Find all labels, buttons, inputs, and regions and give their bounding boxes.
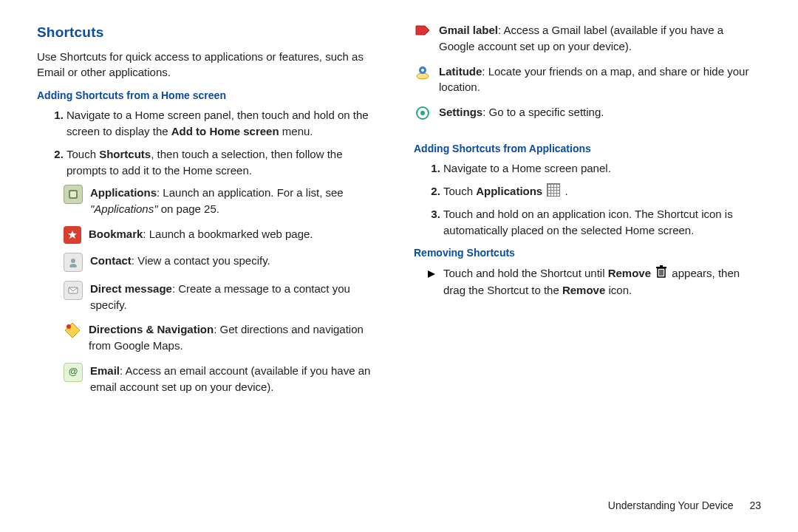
step-2: Touch Shortcuts, then touch a selection,…	[66, 146, 384, 179]
svg-point-9	[417, 73, 429, 79]
contact-icon	[64, 253, 83, 272]
steps-add-apps: Navigate to a Home screen panel. Touch A…	[414, 160, 761, 238]
row-direct-message: Direct message: Create a message to a co…	[64, 281, 384, 313]
intro-text: Use Shortcuts for quick access to applic…	[37, 49, 384, 81]
svg-marker-14	[428, 270, 435, 278]
row-bookmark: Bookmark: Launch a bookmarked web page.	[64, 226, 384, 244]
directions-icon	[64, 321, 81, 339]
direct-message-icon	[64, 281, 83, 300]
gmail-label-icon	[414, 22, 432, 40]
subhead-add-home: Adding Shortcuts from a Home screen	[37, 88, 384, 103]
subhead-remove: Removing Shortcuts	[414, 245, 761, 260]
section-title: Shortcuts	[37, 22, 384, 43]
svg-rect-17	[660, 265, 663, 267]
latitude-icon	[414, 64, 432, 81]
remove-bullet: Touch and hold the Shortcut until Remove…	[427, 265, 761, 299]
bullet-arrow-icon	[427, 267, 436, 283]
row-latitude: Latitude: Locate your friends on a map, …	[414, 64, 761, 96]
trash-icon	[655, 265, 667, 283]
applications-icon	[64, 185, 83, 204]
svg-point-4	[69, 264, 77, 267]
footer-page-number: 23	[749, 499, 761, 511]
row-contact: Contact: View a contact you specify.	[64, 253, 384, 272]
apps-step-1: Navigate to a Home screen panel.	[443, 160, 761, 177]
row-applications: Applications: Launch an application. For…	[64, 185, 384, 217]
page-footer: Understanding Your Device 23	[608, 498, 761, 513]
svg-marker-8	[416, 26, 429, 35]
apps-step-3: Touch and hold on an application icon. T…	[443, 206, 761, 239]
svg-point-13	[420, 111, 425, 115]
step-1: Navigate to a Home screen panel, then to…	[66, 107, 384, 140]
svg-point-11	[421, 69, 424, 72]
row-email: @ Email: Access an email account (availa…	[64, 363, 384, 395]
steps-add-home: Navigate to a Home screen panel, then to…	[37, 107, 384, 178]
bookmark-icon	[64, 226, 81, 244]
subhead-add-apps: Adding Shortcuts from Applications	[414, 141, 761, 156]
svg-marker-2	[68, 231, 77, 239]
footer-section: Understanding Your Device	[608, 499, 734, 511]
row-directions: Directions & Navigation: Get directions …	[64, 321, 384, 354]
row-gmail-label: Gmail label: Access a Gmail label (avail…	[414, 22, 761, 55]
apps-step-2: Touch Applications .	[443, 183, 761, 200]
svg-point-3	[71, 259, 75, 263]
row-settings: Settings: Go to a specific setting.	[414, 104, 761, 122]
svg-rect-1	[70, 191, 76, 197]
applications-grid-icon	[547, 183, 560, 197]
settings-icon	[414, 104, 432, 122]
svg-point-7	[66, 324, 71, 329]
svg-rect-16	[656, 267, 666, 268]
email-icon: @	[64, 363, 83, 382]
